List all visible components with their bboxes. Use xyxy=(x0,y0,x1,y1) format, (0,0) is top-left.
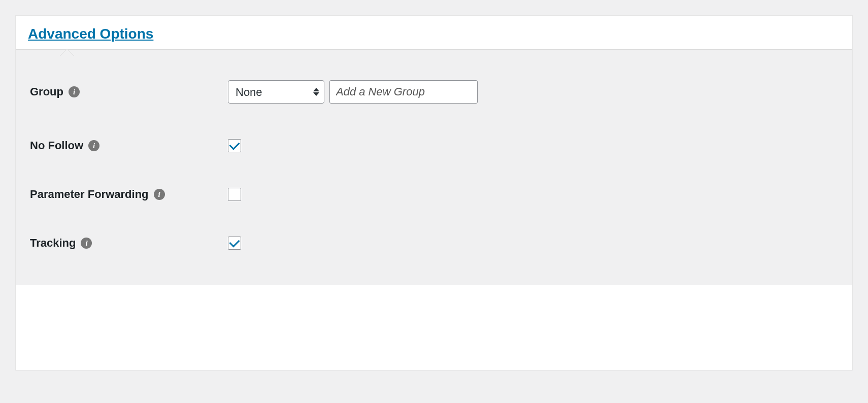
tab-advanced-options[interactable]: Advanced Options xyxy=(28,26,153,49)
info-icon[interactable]: i xyxy=(154,189,165,200)
info-icon[interactable]: i xyxy=(81,238,92,249)
options-panel: Group i None No Follow i xyxy=(16,49,852,285)
tracking-checkbox[interactable] xyxy=(228,237,241,250)
no-follow-checkbox[interactable] xyxy=(228,139,241,152)
label-tracking: Tracking i xyxy=(30,237,228,250)
label-parameter-forwarding: Parameter Forwarding i xyxy=(30,188,228,201)
info-icon[interactable]: i xyxy=(88,140,99,151)
control-tracking xyxy=(228,237,241,250)
row-parameter-forwarding: Parameter Forwarding i xyxy=(30,188,838,201)
label-tracking-text: Tracking xyxy=(30,237,76,250)
info-icon[interactable]: i xyxy=(69,86,80,97)
new-group-input[interactable] xyxy=(329,80,478,104)
label-no-follow: No Follow i xyxy=(30,139,228,152)
row-no-follow: No Follow i xyxy=(30,139,838,152)
control-group: None xyxy=(228,80,478,104)
tab-header: Advanced Options xyxy=(16,16,852,49)
control-no-follow xyxy=(228,139,241,152)
label-parameter-forwarding-text: Parameter Forwarding xyxy=(30,188,149,201)
advanced-options-card: Advanced Options Group i None xyxy=(15,15,853,371)
group-select[interactable]: None xyxy=(228,80,324,104)
row-group: Group i None xyxy=(30,80,838,104)
label-group-text: Group xyxy=(30,85,63,98)
group-select-wrapper: None xyxy=(228,80,324,104)
tab-pointer xyxy=(60,49,74,56)
control-parameter-forwarding xyxy=(228,188,241,201)
label-group: Group i xyxy=(30,85,228,98)
label-no-follow-text: No Follow xyxy=(30,139,83,152)
row-tracking: Tracking i xyxy=(30,237,838,250)
parameter-forwarding-checkbox[interactable] xyxy=(228,188,241,201)
